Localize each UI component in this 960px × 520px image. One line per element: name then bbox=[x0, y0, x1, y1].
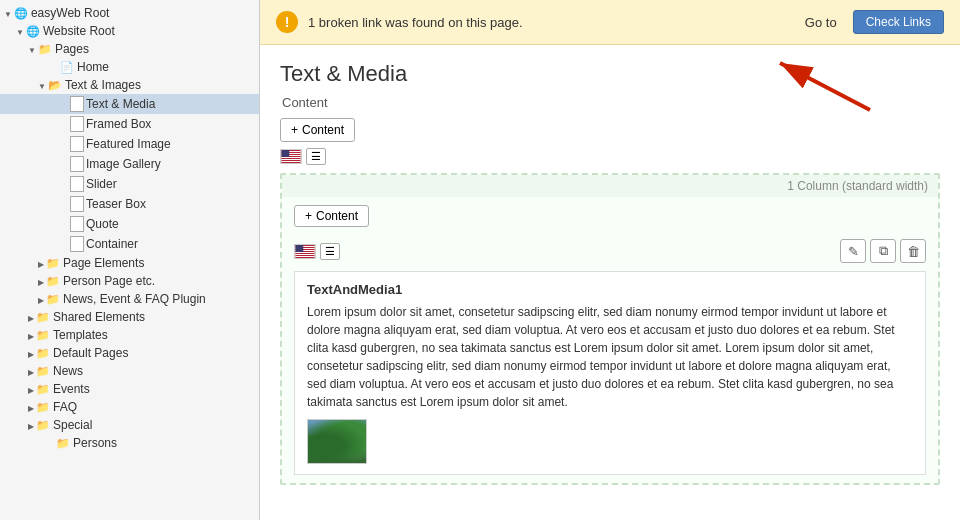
sidebar-item-label: Persons bbox=[73, 436, 117, 450]
us-flag-icon bbox=[280, 149, 302, 164]
sidebar-item-image-gallery[interactable]: Image Gallery bbox=[0, 154, 259, 174]
expand-icon bbox=[28, 346, 36, 360]
sidebar-item-easyweb-root[interactable]: 🌐 easyWeb Root bbox=[0, 4, 259, 22]
main-content: ! 1 broken link was found on this page. … bbox=[260, 0, 960, 520]
expand-icon bbox=[28, 328, 36, 342]
sidebar-item-text-media[interactable]: Text & Media bbox=[0, 94, 259, 114]
sidebar-item-default-pages[interactable]: 📁 Default Pages bbox=[0, 344, 259, 362]
sidebar-item-events[interactable]: 📁 Events bbox=[0, 380, 259, 398]
expand-icon bbox=[38, 256, 46, 270]
inner-add-content-button[interactable]: + Content bbox=[294, 205, 369, 227]
sidebar-item-label: Pages bbox=[55, 42, 89, 56]
alert-goto-label: Go to bbox=[805, 15, 837, 30]
alert-banner: ! 1 broken link was found on this page. … bbox=[260, 0, 960, 45]
edit-button[interactable]: ✎ bbox=[840, 239, 866, 263]
sidebar-item-label: Special bbox=[53, 418, 92, 432]
sidebar-item-news-event-faq[interactable]: 📁 News, Event & FAQ Plugin bbox=[0, 290, 259, 308]
sidebar-item-slider[interactable]: Slider bbox=[0, 174, 259, 194]
sidebar-item-news[interactable]: 📁 News bbox=[0, 362, 259, 380]
sidebar-item-label: Framed Box bbox=[86, 117, 151, 131]
sidebar-item-label: Text & Images bbox=[65, 78, 141, 92]
sidebar-item-faq[interactable]: 📁 FAQ bbox=[0, 398, 259, 416]
expand-icon bbox=[28, 310, 36, 324]
sidebar-item-label: Featured Image bbox=[86, 137, 171, 151]
expand-icon bbox=[28, 382, 36, 396]
sidebar-item-home[interactable]: 📄 Home bbox=[0, 58, 259, 76]
inner-content-block: + Content bbox=[282, 197, 938, 483]
alert-message: 1 broken link was found on this page. bbox=[308, 15, 795, 30]
thumbnail-inner bbox=[308, 420, 366, 463]
sidebar-item-label: Person Page etc. bbox=[63, 274, 155, 288]
delete-button[interactable]: 🗑 bbox=[900, 239, 926, 263]
page-icon bbox=[70, 156, 84, 172]
page-icon bbox=[70, 116, 84, 132]
content-label: Content bbox=[280, 95, 940, 110]
sidebar-item-text-images[interactable]: 📂 Text & Images bbox=[0, 76, 259, 94]
sidebar-item-website-root[interactable]: 🌐 Website Root bbox=[0, 22, 259, 40]
plus-icon: + bbox=[305, 209, 312, 223]
svg-rect-16 bbox=[295, 255, 314, 256]
expand-icon bbox=[38, 274, 46, 288]
expand-icon bbox=[28, 364, 36, 378]
plus-icon: + bbox=[291, 123, 298, 137]
sidebar-item-label: Image Gallery bbox=[86, 157, 161, 171]
add-content-button[interactable]: + Content bbox=[280, 118, 355, 142]
page-icon bbox=[70, 196, 84, 212]
sidebar-item-label: News bbox=[53, 364, 83, 378]
sidebar-item-person-page[interactable]: 📁 Person Page etc. bbox=[0, 272, 259, 290]
alert-icon: ! bbox=[276, 11, 298, 33]
svg-rect-8 bbox=[281, 161, 300, 162]
expand-icon bbox=[38, 292, 46, 306]
expand-icon bbox=[28, 418, 36, 432]
locale-bar-left: ☰ bbox=[294, 243, 340, 260]
page-icon bbox=[70, 136, 84, 152]
sidebar-item-framed-box[interactable]: Framed Box bbox=[0, 114, 259, 134]
sidebar-item-teaser-box[interactable]: Teaser Box bbox=[0, 194, 259, 214]
block-body: Lorem ipsum dolor sit amet, consetetur s… bbox=[307, 303, 913, 411]
sidebar-item-page-elements[interactable]: 📁 Page Elements bbox=[0, 254, 259, 272]
sidebar-item-label: Shared Elements bbox=[53, 310, 145, 324]
sidebar-item-label: Slider bbox=[86, 177, 117, 191]
sidebar-item-label: Text & Media bbox=[86, 97, 155, 111]
sidebar-item-shared-elements[interactable]: 📁 Shared Elements bbox=[0, 308, 259, 326]
copy-button[interactable]: ⧉ bbox=[870, 239, 896, 263]
page-icon bbox=[70, 236, 84, 252]
page-icon bbox=[70, 216, 84, 232]
expand-icon bbox=[38, 78, 48, 92]
expand-icon bbox=[16, 24, 26, 38]
page-icon bbox=[70, 96, 84, 112]
top-locale-bar: ☰ bbox=[280, 142, 940, 169]
sidebar-item-quote[interactable]: Quote bbox=[0, 214, 259, 234]
text-content-block: TextAndMedia1 Lorem ipsum dolor sit amet… bbox=[294, 271, 926, 475]
sidebar-item-persons[interactable]: 📁 Persons bbox=[0, 434, 259, 452]
sidebar-item-label: Quote bbox=[86, 217, 119, 231]
inner-locale-toggle-button[interactable]: ☰ bbox=[320, 243, 340, 260]
expand-icon bbox=[28, 42, 38, 56]
sidebar-item-label: FAQ bbox=[53, 400, 77, 414]
sidebar-item-label: Events bbox=[53, 382, 90, 396]
sidebar-item-pages[interactable]: 📁 Pages bbox=[0, 40, 259, 58]
sidebar-item-label: easyWeb Root bbox=[31, 6, 110, 20]
sidebar-item-label: Container bbox=[86, 237, 138, 251]
sidebar-item-container[interactable]: Container bbox=[0, 234, 259, 254]
us-flag-icon-inner bbox=[294, 244, 316, 259]
column-container: 1 Column (standard width) + Content bbox=[280, 173, 940, 485]
sidebar-item-label: News, Event & FAQ Plugin bbox=[63, 292, 206, 306]
sidebar-item-special[interactable]: 📁 Special bbox=[0, 416, 259, 434]
svg-rect-15 bbox=[295, 253, 314, 254]
inner-add-content-label: Content bbox=[316, 209, 358, 223]
check-links-button[interactable]: Check Links bbox=[853, 10, 944, 34]
sidebar-item-label: Templates bbox=[53, 328, 108, 342]
page-title: Text & Media bbox=[280, 61, 940, 87]
locale-toggle-button[interactable]: ☰ bbox=[306, 148, 326, 165]
sidebar-item-label: Teaser Box bbox=[86, 197, 146, 211]
sidebar-item-featured-image[interactable]: Featured Image bbox=[0, 134, 259, 154]
sidebar-item-templates[interactable]: 📁 Templates bbox=[0, 326, 259, 344]
expand-icon bbox=[4, 6, 14, 20]
block-title: TextAndMedia1 bbox=[307, 282, 913, 297]
page-icon bbox=[70, 176, 84, 192]
svg-rect-6 bbox=[281, 157, 300, 158]
action-icons: ✎ ⧉ 🗑 bbox=[840, 239, 926, 263]
inner-locale-bar: ☰ ✎ ⧉ 🗑 bbox=[294, 235, 926, 267]
sidebar: 🌐 easyWeb Root 🌐 Website Root 📁 Pages 📄 … bbox=[0, 0, 260, 520]
